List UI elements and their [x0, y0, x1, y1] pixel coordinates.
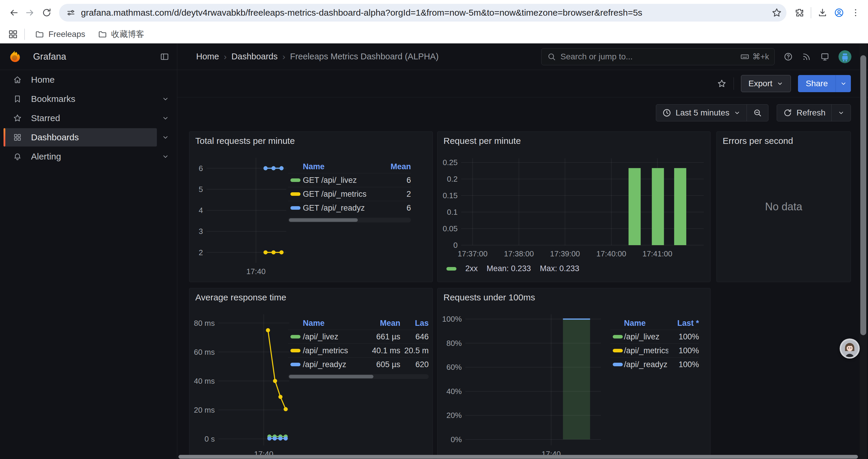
sidebar-item-dashboards[interactable]: Dashboards: [0, 128, 177, 147]
vertical-scrollbar-thumb[interactable]: [860, 55, 866, 335]
legend-row[interactable]: /api/_metrics40.1 ms20.5 m: [288, 343, 429, 357]
toolbar-divider: [811, 7, 811, 18]
zoom-out-button[interactable]: [747, 104, 768, 121]
bookmark-folder-0[interactable]: Freeleaps: [30, 27, 90, 41]
sidebar-item-alerting[interactable]: Alerting: [0, 147, 177, 166]
legend-row[interactable]: /api/_livez661 µs646: [288, 330, 429, 343]
series-name[interactable]: /api/_readyz: [303, 360, 363, 369]
svg-text:60 ms: 60 ms: [194, 348, 215, 357]
sidebar-toggle-icon[interactable]: [160, 52, 169, 61]
series-name[interactable]: /api/_livez: [303, 332, 363, 341]
sidebar-item-highlight: [4, 90, 157, 108]
extensions-icon[interactable]: [791, 4, 808, 21]
series-name[interactable]: /api/_metrics: [624, 346, 668, 355]
breadcrumb-home[interactable]: Home: [196, 52, 219, 61]
bookmark-star-icon[interactable]: [770, 6, 783, 20]
legend-row[interactable]: /api/_readyz605 µs620: [288, 357, 429, 371]
legend-row[interactable]: /api/_metrics100%: [610, 343, 699, 357]
search-shortcut: ⌘+k: [740, 52, 769, 61]
time-range-group: Last 5 minutes: [656, 104, 769, 121]
share-button[interactable]: Share: [798, 75, 836, 92]
refresh-interval-button[interactable]: [832, 104, 850, 121]
series-name[interactable]: GET /api/_metrics: [303, 190, 378, 199]
series-name[interactable]: GET /api/_livez: [303, 176, 378, 185]
series-name[interactable]: /api/_metrics: [303, 346, 363, 355]
requests-under-100ms-chart[interactable]: 100%80%60%40%20%0%17:40: [442, 311, 603, 459]
assistant-avatar-widget[interactable]: [840, 338, 860, 359]
legend-row[interactable]: /api/_readyz100%: [610, 357, 699, 371]
bookmark-folder-label: 收藏博客: [112, 29, 145, 40]
screen: grafana.mathmast.com/d/deytv4rwavabkb/fr…: [0, 0, 868, 459]
search-input[interactable]: ⌘+k: [541, 48, 775, 65]
breadcrumb-dashboards[interactable]: Dashboards: [231, 52, 277, 61]
grafana-topbar: Grafana Home › Dashboards › Freeleaps Me…: [0, 43, 868, 70]
svg-text:20 ms: 20 ms: [194, 405, 215, 415]
legend-col-name[interactable]: Name: [303, 162, 378, 171]
search-field[interactable]: [560, 52, 740, 61]
series-name[interactable]: /api/_readyz: [624, 360, 668, 369]
sidebar-item-bookmarks[interactable]: Bookmarks: [0, 90, 177, 108]
site-settings-icon[interactable]: [65, 7, 77, 19]
legend-col[interactable]: Last *: [668, 319, 699, 328]
share-menu-button[interactable]: [836, 75, 851, 92]
horizontal-scrollbar-thumb[interactable]: [179, 455, 858, 459]
legend-row[interactable]: /api/_livez100%: [610, 330, 699, 343]
request-per-minute-chart[interactable]: 0.250.20.150.10.05017:37:0017:38:0017:39…: [442, 155, 706, 259]
sidebar-item-label: Starred: [31, 113, 60, 123]
user-avatar[interactable]: [838, 50, 851, 63]
bookmark-icon: [13, 95, 22, 103]
favorite-star-icon[interactable]: [717, 79, 726, 88]
chevron-down-icon[interactable]: [162, 95, 169, 103]
sidebar-item-home[interactable]: Home: [0, 70, 177, 89]
downloads-icon[interactable]: [814, 4, 831, 21]
series-name[interactable]: 2xx: [465, 264, 478, 273]
apps-grid-icon[interactable]: [5, 26, 21, 42]
chevron-down-icon: [776, 80, 783, 87]
panel-request-per-minute: Request per minute 0.250.20.150.10.05017…: [437, 131, 711, 282]
chevron-down-icon[interactable]: [162, 133, 169, 141]
forward-icon[interactable]: [22, 4, 38, 21]
help-icon[interactable]: [783, 52, 793, 61]
series-name[interactable]: GET /api/_readyz: [303, 203, 378, 213]
bookmark-folder-1[interactable]: 收藏博客: [93, 26, 149, 42]
legend-header: NameMean: [288, 160, 411, 173]
back-icon[interactable]: [5, 4, 22, 21]
avg-response-time-chart[interactable]: 80 ms60 ms40 ms20 ms0 s17:40: [194, 311, 291, 459]
kiosk-mode-icon[interactable]: [820, 52, 830, 61]
legend-row[interactable]: GET /api/_metrics2: [288, 187, 411, 201]
legend-scrollbar[interactable]: [288, 218, 411, 222]
legend-scrollbar-thumb[interactable]: [289, 218, 358, 222]
refresh-button[interactable]: Refresh: [777, 104, 831, 121]
legend-scrollbar-thumb[interactable]: [289, 375, 373, 379]
export-button[interactable]: Export: [741, 75, 791, 92]
chevron-down-icon[interactable]: [162, 114, 169, 122]
legend-row[interactable]: GET /api/_readyz6: [288, 201, 411, 215]
svg-text:80 ms: 80 ms: [194, 319, 215, 328]
time-range-picker[interactable]: Last 5 minutes: [656, 104, 747, 121]
series-name[interactable]: /api/_livez: [624, 332, 668, 341]
legend-col[interactable]: Mean: [378, 162, 411, 171]
legend-col-name[interactable]: Name: [303, 319, 363, 328]
breadcrumb: Home › Dashboards › Freeleaps Metrics Da…: [196, 52, 439, 62]
sidebar-item-starred[interactable]: Starred: [0, 109, 177, 128]
chevron-down-icon[interactable]: [162, 153, 169, 160]
legend-col[interactable]: Las: [400, 319, 429, 328]
svg-text:40 ms: 40 ms: [194, 376, 215, 386]
svg-text:40%: 40%: [446, 387, 462, 396]
legend-row[interactable]: GET /api/_livez6: [288, 173, 411, 187]
profile-icon[interactable]: [831, 4, 847, 21]
series-value: 40.1 ms: [363, 346, 400, 355]
dashboard-subheader: Export Share: [177, 70, 868, 97]
news-icon[interactable]: [802, 52, 811, 61]
legend-col-name[interactable]: Name: [624, 319, 668, 328]
url-bar[interactable]: grafana.mathmast.com/d/deytv4rwavabkb/fr…: [59, 4, 786, 22]
series-mean: Mean: 0.233: [487, 264, 531, 273]
legend-scrollbar[interactable]: [288, 374, 429, 379]
total-requests-chart[interactable]: 6543217:40: [194, 155, 289, 276]
browser-menu-icon[interactable]: [847, 4, 864, 21]
star-icon: [13, 114, 22, 123]
reload-icon[interactable]: [38, 4, 55, 21]
svg-text:20%: 20%: [446, 411, 462, 420]
legend-col[interactable]: Mean: [363, 319, 400, 328]
bell-icon: [13, 152, 22, 161]
